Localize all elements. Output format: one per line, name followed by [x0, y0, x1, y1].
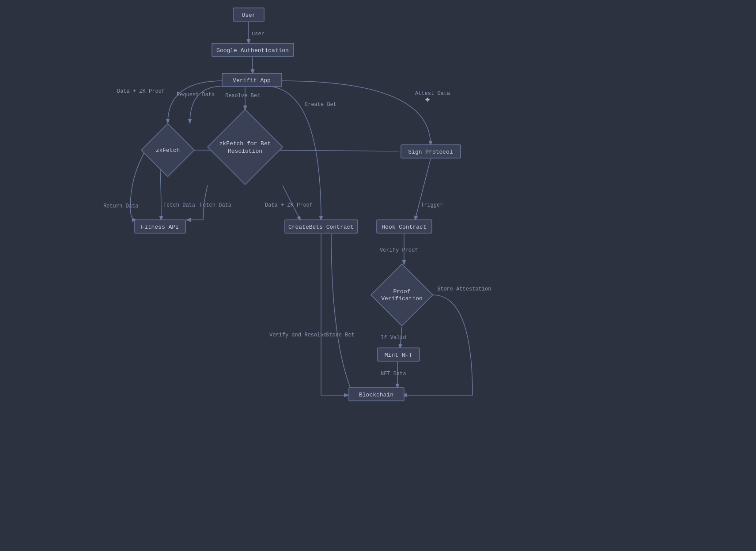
label-createbets: CreateBets Contract	[288, 224, 354, 230]
label-sign-protocol: Sign Protocol	[408, 149, 453, 155]
label-proof-verification-1: Proof	[393, 288, 410, 295]
label-nft-data: NFT Data	[381, 371, 406, 377]
label-google-auth: Google Authentication	[216, 47, 289, 54]
label-zkfetch: zkFetch	[156, 147, 180, 154]
label-hook-contract: Hook Contract	[382, 224, 426, 230]
label-zkfetch-bet-2: Resolution	[228, 148, 262, 155]
label-fitness-api: Fitness API	[141, 224, 179, 230]
label-return-data: Return Data	[103, 203, 138, 209]
label-user: User	[242, 12, 255, 19]
label-data-zk-proof: Data + ZK Proof	[117, 88, 165, 94]
label-fetch-data-1: Fetch Data	[163, 202, 195, 208]
label-if-valid: If Valid	[381, 335, 406, 341]
label-blockchain: Blockchain	[359, 392, 393, 398]
label-verify-proof: Verify Proof	[380, 247, 418, 253]
label-verifit-app: Verifit App	[233, 77, 271, 84]
label-login: user	[252, 31, 265, 37]
cursor-icon: ✥	[425, 96, 430, 104]
flow-diagram: user Data + ZK Proof Request Data Resolv…	[0, 0, 756, 551]
label-proof-verification-2: Verification	[381, 295, 423, 302]
label-zkfetch-bet-1: zkFetch for Bet	[219, 140, 271, 147]
label-verify-resolve: Verify and Resolve	[269, 332, 327, 338]
label-mint-nft: Mint NFT	[385, 352, 412, 359]
background	[0, 0, 756, 551]
label-create-bet: Create Bet	[305, 102, 336, 108]
label-fetch-data-2: Fetch Data	[200, 202, 231, 208]
label-store-attestation: Store Attestation	[437, 286, 491, 292]
label-store-bet: Store Bet	[326, 332, 355, 338]
label-resolve-bet: Resolve Bet	[225, 93, 260, 99]
label-trigger: Trigger	[421, 202, 443, 208]
label-data-zk-proof-2: Data + ZK Proof	[265, 202, 313, 208]
label-request-data: Request Data	[177, 92, 215, 98]
label-attest-data: Attest Data	[415, 91, 450, 97]
